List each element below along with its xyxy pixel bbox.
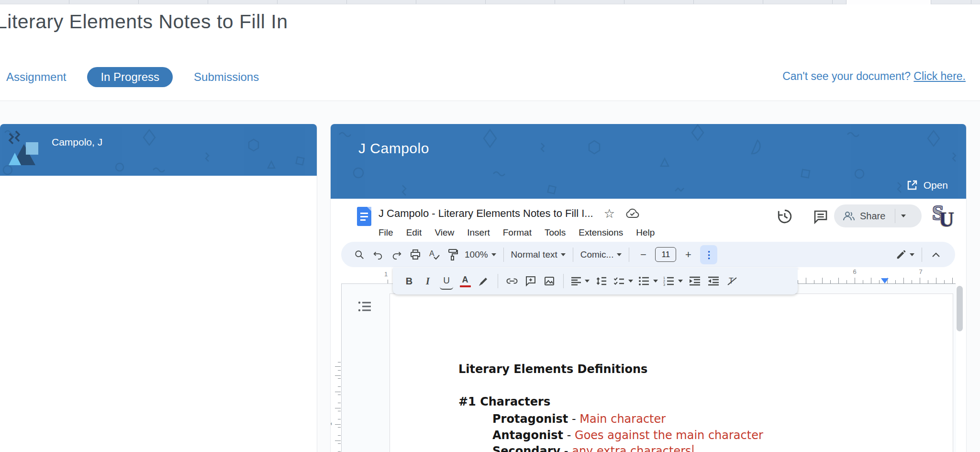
undo-icon[interactable] [371,246,385,263]
chevron-down-icon [491,253,496,256]
share-divider [895,209,895,223]
google-docs-embed: J Campolo - Literary Elements Notes to F… [331,199,966,452]
toolbar-divider [563,274,564,288]
vertical-ruler-line [341,283,342,452]
insert-image-button[interactable] [543,272,556,290]
version-history-icon[interactable] [777,208,793,225]
bold-button[interactable]: B [402,272,416,290]
docs-menubar: File Edit View Insert Format Tools Exten… [379,227,655,238]
font-size-input[interactable]: 11 [655,247,676,262]
document-page: Literary Elements Definitions #1 Charact… [390,294,953,452]
page-title: Literary Elements Notes to Fill In [0,11,288,33]
doc-definition-line: Secondary - any extra characters [492,444,693,452]
menu-view[interactable]: View [434,227,454,238]
text-cursor [692,445,693,452]
redo-icon[interactable] [390,246,403,263]
search-menus-icon[interactable] [353,246,366,263]
chevron-down-icon [561,253,566,256]
hide-menus-button[interactable] [929,246,943,263]
tab-in-progress[interactable]: In Progress [87,67,173,87]
menu-tools[interactable]: Tools [545,227,566,238]
tab-submissions[interactable]: Submissions [194,70,259,84]
editing-mode-button[interactable] [896,246,914,263]
docs-overflow-toolbar: B I U A [393,268,798,294]
chevron-down-icon [653,280,658,282]
ruler-number: 1 [384,271,388,278]
numbered-list-button[interactable]: 123 [663,272,683,290]
paint-format-icon[interactable] [446,246,459,263]
vertical-ruler [335,362,341,452]
star-icon[interactable]: ☆ [604,207,615,220]
student-card-right: J Campolo Open J Campolo - Literary Elem… [330,124,967,452]
menu-file[interactable]: File [379,227,393,238]
svg-text:1: 1 [663,276,665,280]
bulleted-list-button[interactable] [638,272,658,290]
more-options-kebab-button[interactable]: ⋮ [700,245,717,264]
toolbar-divider [503,248,504,262]
toolbar-divider [498,274,498,288]
menu-insert[interactable]: Insert [467,227,490,238]
help-question: Can't see your document? [782,70,911,82]
doc-heading: Literary Elements Definitions [458,362,647,376]
comments-icon[interactable] [813,209,828,225]
docs-title-row: J Campolo - Literary Elements Notes to F… [379,207,640,220]
menu-edit[interactable]: Edit [406,227,422,238]
decrease-indent-button[interactable] [688,272,702,290]
help-link: Can't see your document? Click here. [782,70,966,83]
zoom-select[interactable]: 100% [465,246,496,263]
doc-section-heading: #1 Characters [458,395,550,408]
avatar-letter-u: U [939,207,954,232]
share-dropdown-icon[interactable] [901,215,906,217]
insert-link-button[interactable] [505,272,519,290]
menu-extensions[interactable]: Extensions [579,227,623,238]
menu-format[interactable]: Format [503,227,532,238]
ruler-number: 7 [919,268,922,275]
student-name: J Campolo [358,140,429,157]
svg-text:2: 2 [663,280,665,283]
paragraph-style-select[interactable]: Normal text [511,246,566,263]
increase-font-size-button[interactable]: + [681,246,695,263]
tab-row: Assignment In Progress Submissions [6,66,259,88]
open-document-button[interactable]: Open [906,180,948,191]
checklist-button[interactable] [613,272,633,290]
decrease-font-size-button[interactable]: − [636,246,650,263]
toolbar-divider [629,248,629,262]
doc-definition-line: Protagonist - Main character [492,412,666,426]
chevron-down-icon [678,280,683,282]
font-family-select[interactable]: Comic... [580,246,622,263]
student-card-left-header: Campolo, J [0,124,317,176]
line-spacing-button[interactable] [595,272,608,290]
tab-assignment[interactable]: Assignment [6,70,66,84]
google-docs-icon [357,207,371,226]
add-comment-button[interactable] [524,272,537,290]
school-avatar[interactable]: S U [931,203,960,231]
svg-text:3: 3 [663,283,665,286]
underline-button[interactable]: U [440,272,453,290]
student-card-left[interactable]: Campolo, J [0,124,317,452]
docs-scrollbar-thumb[interactable] [957,286,963,331]
print-icon[interactable] [409,246,422,263]
current-text-color [460,285,471,287]
docs-document-title[interactable]: J Campolo - Literary Elements Notes to F… [379,207,593,220]
right-indent-marker[interactable] [881,278,889,283]
spelling-check-icon[interactable]: A [427,246,441,263]
chevron-down-icon [585,280,590,282]
horizontal-ruler: 6 7 [798,270,956,284]
chevron-down-icon [628,280,633,282]
menu-help[interactable]: Help [636,227,655,238]
toolbar-divider [922,248,922,262]
increase-indent-button[interactable] [707,272,720,290]
people-icon [843,211,855,221]
share-button[interactable]: Share [834,204,922,227]
student-card-right-header: J Campolo Open [331,124,966,199]
cloud-saved-icon[interactable] [625,208,640,219]
highlight-color-button[interactable] [477,272,490,290]
italic-button[interactable]: I [421,272,434,290]
docs-toolbar: A 100% Normal text Comic... − 11 + ⋮ [341,242,955,267]
clear-formatting-button[interactable]: T [725,272,739,290]
document-outline-icon[interactable] [357,300,372,313]
align-button[interactable] [571,272,590,290]
help-click-here-link[interactable]: Click here. [913,70,966,82]
pattern-shapes [0,124,317,176]
text-color-button[interactable]: A [458,272,472,290]
